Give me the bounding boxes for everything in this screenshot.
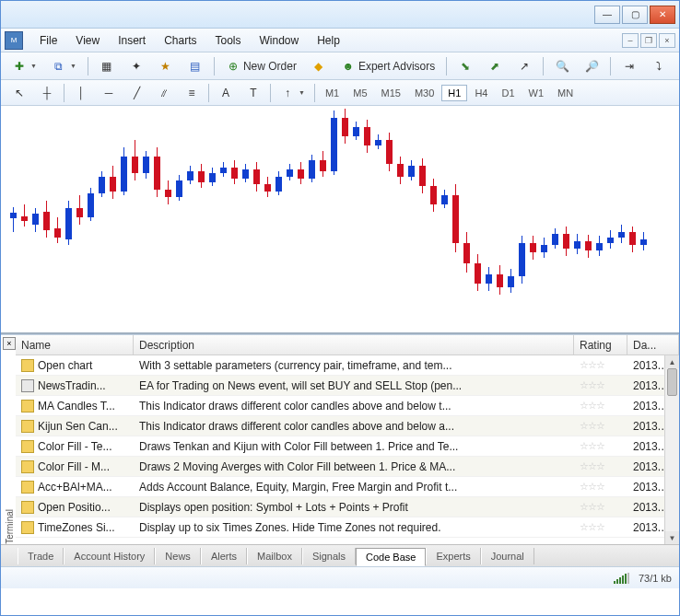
table-row[interactable]: Color Fill - M...Draws 2 Moving Averges … (16, 457, 679, 477)
metaquotes-button[interactable]: ◆ (306, 55, 332, 77)
minimize-button[interactable]: — (594, 6, 620, 24)
timeframe-h1[interactable]: H1 (441, 85, 467, 101)
crosshair-button[interactable]: ┼ (34, 82, 60, 104)
column-name[interactable]: Name (16, 335, 134, 354)
column-date[interactable]: Da... (627, 335, 679, 354)
script-icon (21, 400, 34, 413)
timeframe-m5[interactable]: M5 (346, 85, 373, 101)
timeframe-m15[interactable]: M15 (375, 85, 407, 101)
menu-file[interactable]: File (30, 31, 66, 50)
maximize-button[interactable]: ▢ (622, 6, 648, 24)
timeframe-mn[interactable]: MN (551, 85, 580, 101)
row-description: This Indicator draws different color can… (134, 398, 574, 414)
row-name: MA Candles T... (38, 400, 115, 413)
table-row[interactable]: Kijun Sen Can...This Indicator draws dif… (16, 416, 679, 436)
table-row[interactable]: MA Candles T...This Indicator draws diff… (16, 396, 679, 416)
trendline-button[interactable]: ╱ (123, 82, 149, 104)
menu-window[interactable]: Window (251, 31, 309, 50)
main-toolbar: ✚▼ ⧉▼ ▦ ✦ ★ ▤ ⊕New Order ◆ ☻Expert Advis… (1, 52, 679, 80)
cursor-button[interactable]: ↖ (6, 82, 32, 104)
app-icon: M (5, 31, 23, 50)
row-name: Color Fill - Te... (38, 440, 111, 453)
tab-experts[interactable]: Experts (426, 548, 480, 564)
news-icon (21, 379, 34, 392)
mdi-minimize-button[interactable]: – (622, 33, 639, 48)
menu-help[interactable]: Help (308, 31, 349, 50)
connection-bars-icon (614, 573, 629, 584)
menu-view[interactable]: View (66, 31, 109, 50)
tab-account-history[interactable]: Account History (64, 548, 155, 564)
terminal-label: Terminal (2, 509, 15, 544)
table-row[interactable]: Acc+BAl+MA...Adds Account Balance, Equit… (16, 477, 679, 497)
fibonacci-button[interactable]: ≡ (179, 82, 205, 104)
new-order-button[interactable]: ⊕New Order (220, 55, 302, 77)
arrows-button[interactable]: ↑▼ (275, 82, 311, 104)
timeframe-d1[interactable]: D1 (495, 85, 521, 101)
table-row[interactable]: Open Positio...Displays open position: S… (16, 497, 679, 517)
row-description: With 3 settable parameters (currency pai… (134, 357, 574, 374)
row-name: Color Fill - M... (38, 460, 110, 473)
zoom-out-button[interactable]: 🔎 (579, 55, 604, 77)
templates-button[interactable]: ↗ (511, 55, 537, 77)
chart-shift-button[interactable]: ⤵ (646, 55, 672, 77)
row-rating: ☆☆☆ (574, 519, 627, 535)
zoom-in-button[interactable]: 🔍 (549, 55, 575, 77)
tester-button[interactable]: ▤ (182, 55, 208, 77)
table-row[interactable]: Open chartWith 3 settable parameters (cu… (16, 355, 679, 376)
table-row[interactable]: NewsTradin...EA for Trading on News even… (16, 376, 679, 396)
expert-advisors-button[interactable]: ☻Expert Advisors (335, 55, 440, 77)
column-rating[interactable]: Rating (574, 335, 627, 354)
terminal-button[interactable]: ★ (153, 55, 179, 77)
menu-insert[interactable]: Insert (109, 31, 155, 50)
tab-trade[interactable]: Trade (18, 548, 64, 564)
channel-button[interactable]: ⫽ (151, 82, 177, 104)
indicator-list-button[interactable]: ⬊ (452, 55, 478, 77)
table-row[interactable]: Color Fill - Te...Draws Tenkan and Kijun… (16, 436, 679, 457)
periodicity-button[interactable]: ⬈ (482, 55, 508, 77)
text-button[interactable]: A (213, 82, 239, 104)
mdi-close-button[interactable]: × (659, 33, 675, 48)
row-rating: ☆☆☆ (574, 438, 627, 454)
scroll-up-icon[interactable]: ▲ (665, 355, 679, 368)
tab-mailbox[interactable]: Mailbox (247, 548, 302, 564)
tab-news[interactable]: News (155, 548, 201, 564)
menu-tools[interactable]: Tools (206, 31, 251, 50)
new-order-label: New Order (243, 60, 297, 73)
timeframe-w1[interactable]: W1 (522, 85, 551, 101)
navigator-button[interactable]: ✦ (123, 55, 149, 77)
auto-scroll-button[interactable]: ⇥ (616, 55, 642, 77)
column-description[interactable]: Description (134, 335, 574, 354)
tab-journal[interactable]: Journal (481, 548, 534, 564)
timeframe-m30[interactable]: M30 (408, 85, 440, 101)
text-label-button[interactable]: T (240, 82, 266, 104)
tab-signals[interactable]: Signals (302, 548, 356, 564)
close-button[interactable]: ✕ (650, 6, 675, 24)
traffic-label: 73/1 kb (639, 573, 672, 584)
timeframe-m1[interactable]: M1 (319, 85, 346, 101)
new-chart-button[interactable]: ✚▼ (6, 55, 42, 77)
script-icon (21, 521, 34, 534)
tab-alerts[interactable]: Alerts (201, 548, 247, 564)
row-name: Open Positio... (38, 501, 111, 514)
close-panel-button[interactable]: × (3, 337, 16, 350)
scroll-down-icon[interactable]: ▼ (665, 531, 679, 544)
profiles-button[interactable]: ⧉▼ (46, 55, 82, 77)
horizontal-line-button[interactable]: ─ (96, 82, 122, 104)
vertical-scrollbar[interactable]: ▲ ▼ (664, 355, 679, 544)
table-row[interactable]: TimeZones Si...Display up to six Times Z… (16, 517, 679, 538)
market-watch-button[interactable]: ▦ (94, 55, 120, 77)
tab-code-base[interactable]: Code Base (356, 548, 426, 566)
row-name: NewsTradin... (38, 379, 106, 392)
vertical-line-button[interactable]: │ (68, 82, 94, 104)
chart-area[interactable] (1, 106, 679, 334)
table-header: Name Description Rating Da... (16, 335, 679, 355)
menu-charts[interactable]: Charts (155, 31, 205, 50)
script-icon (21, 460, 34, 473)
script-icon (21, 501, 34, 514)
mdi-restore-button[interactable]: ❐ (640, 33, 657, 48)
scroll-thumb[interactable] (667, 368, 677, 396)
row-description: Draws Tenkan and Kijun with Color Fill b… (134, 438, 574, 455)
titlebar: — ▢ ✕ (1, 1, 679, 29)
script-icon (21, 481, 34, 494)
timeframe-h4[interactable]: H4 (468, 85, 494, 101)
